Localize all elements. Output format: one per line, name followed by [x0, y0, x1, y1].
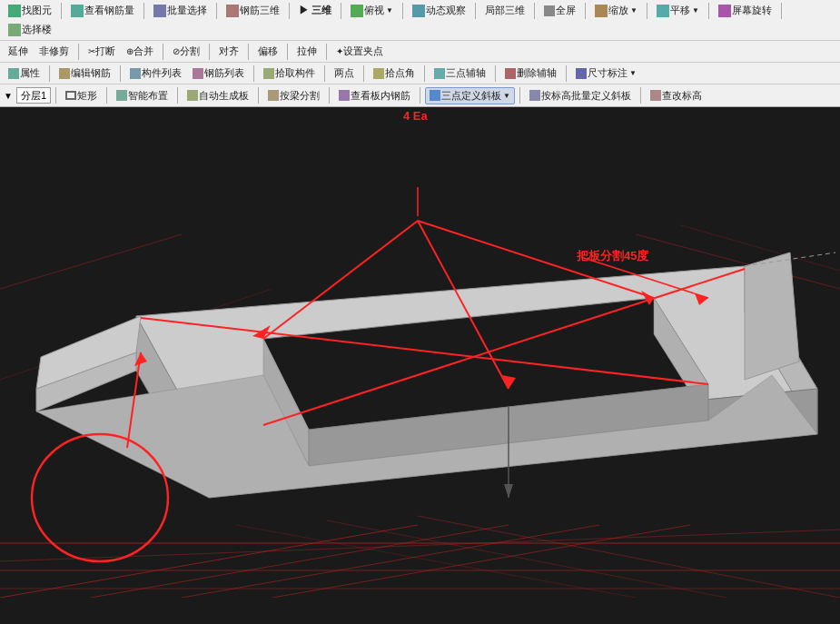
sep21 [163, 44, 163, 60]
sep42 [177, 87, 178, 104]
mod-elevation-btn[interactable]: 查改标高 [646, 87, 707, 104]
sep31 [120, 65, 121, 82]
three-point-aux-btn[interactable]: 三点辅轴 [430, 64, 490, 82]
sep11 [708, 3, 709, 19]
sep35 [424, 65, 425, 82]
rebar-list-btn[interactable]: 钢筋列表 [188, 64, 249, 82]
sep22 [209, 44, 210, 60]
property-btn[interactable]: 属性 [4, 64, 44, 82]
top-view-btn[interactable]: 俯视 ▼ [346, 2, 398, 19]
dim-note-btn[interactable]: 尺寸标注 ▼ [571, 64, 641, 82]
edit-rebar-icon [59, 68, 70, 79]
main-canvas[interactable]: 把板分割45度 4 Ea [0, 107, 840, 598]
dynamic-obs-btn[interactable]: 动态观察 [408, 2, 470, 19]
smart-layout-btn[interactable]: 智能布置 [112, 87, 173, 104]
cut-btn[interactable]: ✂ 打断 [84, 43, 120, 60]
offset-btn[interactable]: 偏移 [253, 43, 282, 60]
rebar-3d-icon [226, 5, 239, 17]
view-slab-rebar-icon [339, 90, 350, 101]
top-view-icon [351, 5, 363, 17]
sep5 [341, 3, 341, 19]
drag-btn[interactable]: 拉伸 [292, 43, 321, 60]
split-beam-btn[interactable]: 按梁分割 [263, 87, 324, 104]
del-aux-icon [505, 68, 516, 79]
smart-layout-icon [116, 90, 127, 101]
annotation-45deg: 把板分割45度 [577, 248, 648, 264]
rect-btn[interactable]: 矩形 [61, 87, 102, 104]
fullscreen-icon [544, 5, 555, 16]
batch-select-btn[interactable]: 批量选择 [149, 2, 212, 19]
member-list-btn[interactable]: 构件列表 [125, 64, 186, 82]
sep32 [253, 65, 254, 82]
sep30 [49, 65, 50, 82]
divide-btn[interactable]: ⊘ 分割 [168, 43, 204, 60]
sep36 [495, 65, 496, 82]
sep44 [329, 87, 330, 104]
three-point-slope-btn[interactable]: 三点定义斜板 ▼ [425, 87, 515, 104]
sep2 [143, 3, 144, 19]
rect-icon [65, 91, 76, 100]
select-switch-btn[interactable]: 选择楼 [4, 21, 56, 38]
pick-member-btn[interactable]: 拾取构件 [259, 64, 320, 82]
merge-btn[interactable]: ⊕ 合并 [122, 43, 158, 60]
sep47 [640, 87, 641, 104]
annotation-4ea: 4 Ea [403, 109, 428, 123]
sep8 [534, 3, 535, 19]
three-point-aux-icon [434, 68, 445, 79]
sep12 [781, 3, 782, 19]
align-btn[interactable]: 对齐 [214, 43, 243, 60]
screen-rotate-btn[interactable]: 屏幕旋转 [714, 2, 776, 19]
auto-gen-slab-btn[interactable]: 自动生成板 [183, 87, 253, 104]
3d-view-btn[interactable]: ▶ 三维 [294, 2, 336, 19]
view-rebar-btn[interactable]: 查看钢筋量 [66, 2, 139, 19]
zoom-btn[interactable]: 缩放 ▼ [590, 2, 642, 19]
sep20 [78, 44, 79, 60]
member-list-icon [130, 68, 141, 79]
layer-select[interactable]: 分层1 [16, 87, 51, 104]
layer-prefix: ▼ [4, 91, 13, 101]
set-point-btn[interactable]: ✦ 设置夹点 [331, 43, 388, 60]
view-slab-rebar-btn[interactable]: 查看板内钢筋 [334, 87, 415, 104]
sep10 [647, 3, 647, 19]
sep41 [106, 87, 107, 104]
local-3d-btn[interactable]: 局部三维 [480, 2, 529, 19]
zoom-icon [595, 5, 608, 17]
sep46 [519, 87, 520, 104]
dynamic-obs-icon [412, 5, 425, 17]
toolbar-row-4: ▼ 分层1 矩形 智能布置 自动生成板 按梁分割 查看板内钢筋 三 [0, 84, 840, 106]
pick-member-icon [263, 68, 274, 79]
sep43 [258, 87, 259, 104]
screen-rotate-icon [718, 5, 731, 17]
del-aux-btn[interactable]: 删除辅轴 [500, 64, 561, 82]
sep9 [585, 3, 586, 19]
toolbar-row-1: 找图元 查看钢筋量 批量选择 钢筋三维 ▶ 三维 俯视 ▼ 动态观察 [0, 0, 840, 41]
sep6 [402, 3, 403, 19]
rebar-3d-btn[interactable]: 钢筋三维 [222, 2, 284, 19]
svg-marker-23 [745, 253, 799, 380]
sep1 [61, 3, 62, 19]
fullscreen-btn[interactable]: 全屏 [539, 2, 580, 19]
pick-angle-btn[interactable]: 拾点角 [369, 64, 420, 82]
find-element-btn[interactable]: 找图元 [4, 2, 56, 19]
pan-btn[interactable]: 平移 ▼ [652, 2, 704, 19]
not-trim-btn[interactable]: 非修剪 [35, 43, 74, 60]
sep24 [287, 44, 288, 60]
sep3 [216, 3, 217, 19]
toolbar-area: 找图元 查看钢筋量 批量选择 钢筋三维 ▶ 三维 俯视 ▼ 动态观察 [0, 0, 840, 107]
three-point-slope-icon [430, 90, 440, 101]
3d-scene-svg [0, 107, 840, 598]
batch-select-icon [153, 5, 166, 17]
extend-btn[interactable]: 延伸 [4, 43, 33, 60]
auto-gen-slab-icon [187, 90, 198, 101]
select-switch-icon [8, 24, 21, 36]
toolbar-row-3: 属性 编辑钢筋 构件列表 钢筋列表 拾取构件 两点 拾点角 [0, 63, 840, 84]
sep4 [289, 3, 290, 19]
sep34 [363, 65, 364, 82]
find-element-icon [8, 5, 21, 17]
dim-note-icon [576, 68, 587, 79]
sep23 [248, 44, 249, 60]
two-point-btn[interactable]: 两点 [330, 64, 359, 82]
edit-rebar-btn[interactable]: 编辑钢筋 [54, 64, 115, 82]
batch-slope-btn[interactable]: 按标高批量定义斜板 [525, 87, 636, 104]
property-icon [8, 68, 19, 79]
